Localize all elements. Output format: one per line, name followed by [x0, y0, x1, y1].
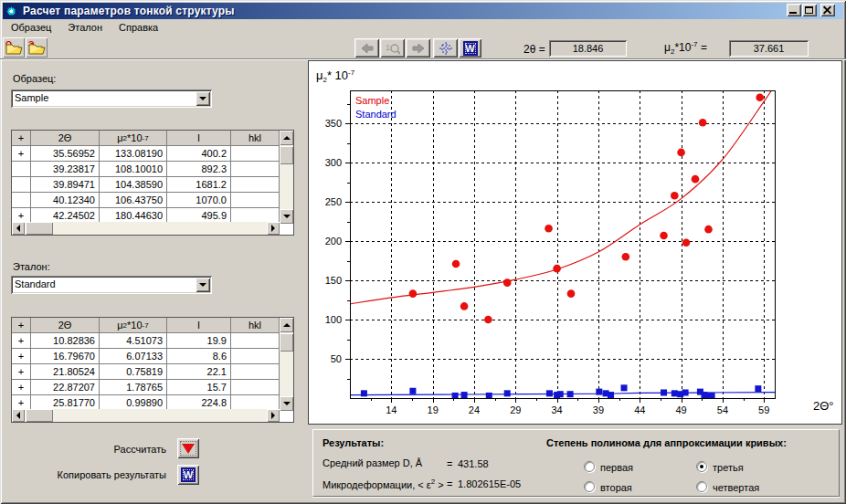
table-row[interactable]: 39.89471104.385901681.2 — [12, 177, 293, 193]
table-cell[interactable]: 16.79670 — [31, 349, 100, 364]
table-cell[interactable] — [231, 177, 280, 193]
menu-spravka[interactable]: Справка — [111, 20, 166, 35]
table-cell[interactable] — [231, 333, 280, 349]
hscroll-thumb[interactable] — [26, 222, 53, 235]
radio-fourth-label[interactable]: четвертая — [713, 482, 759, 493]
table-cell[interactable]: + — [12, 364, 31, 380]
table-cell[interactable] — [12, 177, 31, 193]
sample-combobox-dropdown-button[interactable] — [196, 91, 210, 106]
table-row[interactable]: +22.872071.7876515.7 — [12, 380, 293, 395]
standard-combobox-dropdown-button[interactable] — [196, 278, 210, 292]
radio-fourth[interactable] — [696, 481, 707, 492]
table-cell[interactable]: 15.7 — [167, 380, 231, 395]
open-sample-button[interactable]: О — [3, 37, 25, 58]
table-cell[interactable]: 22.87207 — [31, 380, 100, 395]
menu-obrazec[interactable]: Образец — [3, 20, 59, 35]
standard-table-vscrollbar[interactable] — [280, 318, 293, 411]
table-cell[interactable]: + — [12, 349, 31, 364]
grid-icon — [439, 41, 453, 56]
grid-toggle-button[interactable] — [433, 38, 458, 58]
vscroll-thumb[interactable] — [280, 146, 293, 164]
table-cell[interactable]: 21.80524 — [31, 364, 100, 380]
sample-table-hscrollbar[interactable] — [12, 222, 280, 235]
table-cell[interactable]: 6.07133 — [100, 349, 167, 364]
table-cell[interactable]: 19.9 — [167, 333, 231, 349]
table-row[interactable]: +16.796706.071338.6 — [12, 349, 293, 364]
table-cell[interactable]: 0.75819 — [100, 364, 167, 380]
table-row[interactable]: +21.805240.7581922.1 — [12, 364, 293, 380]
table-cell[interactable]: 1681.2 — [167, 177, 231, 193]
radio-third[interactable] — [696, 461, 707, 472]
radio-second[interactable] — [584, 481, 595, 492]
calculate-button[interactable] — [177, 438, 199, 458]
table-cell[interactable]: 400.2 — [167, 146, 231, 162]
svg-text:14: 14 — [386, 404, 397, 415]
radio-third-label[interactable]: третья — [713, 462, 744, 473]
table-cell[interactable]: 108.10010 — [100, 162, 167, 177]
scroll-left-button[interactable] — [12, 409, 25, 422]
scroll-right-button[interactable] — [267, 222, 280, 235]
app-icon — [5, 5, 17, 17]
standard-combobox[interactable]: Standard — [11, 276, 212, 294]
close-icon — [823, 6, 831, 14]
table-row[interactable]: 39.23817108.10010892.3 — [12, 162, 293, 177]
minimize-button[interactable] — [787, 4, 801, 16]
zoom-reset-button[interactable]: 1: — [380, 38, 405, 58]
word-export-button[interactable]: W — [459, 38, 481, 58]
copy-results-button[interactable]: W — [177, 465, 199, 485]
table-cell[interactable]: 22.1 — [167, 364, 231, 380]
table-cell[interactable]: 39.23817 — [31, 162, 100, 177]
table-cell[interactable] — [231, 380, 280, 395]
scroll-up-button[interactable] — [280, 318, 293, 332]
chart-canvas[interactable]: 1419242934394449545950100150200250300350… — [309, 61, 841, 424]
maximize-button[interactable] — [802, 4, 817, 16]
table-cell[interactable]: 8.6 — [167, 349, 231, 364]
scroll-down-button[interactable] — [280, 396, 293, 411]
close-button[interactable] — [820, 4, 835, 16]
menu-etalon[interactable]: Эталон — [59, 20, 111, 35]
table-row[interactable]: 40.12340106.437501070.0 — [12, 193, 293, 208]
radio-first-label[interactable]: первая — [600, 462, 633, 473]
standard-table-hscrollbar[interactable] — [12, 409, 280, 422]
table-cell[interactable]: 40.12340 — [31, 193, 100, 208]
table-cell[interactable]: 104.38590 — [100, 177, 167, 193]
table-cell[interactable]: + — [12, 146, 31, 162]
scroll-left-button[interactable] — [12, 222, 25, 235]
svg-text:300: 300 — [325, 157, 342, 168]
forward-button[interactable] — [406, 38, 430, 58]
word-icon: W — [181, 467, 196, 482]
table-cell[interactable] — [12, 193, 31, 208]
table-cell[interactable]: 35.56952 — [31, 146, 100, 162]
table-row[interactable]: +35.56952133.08190400.2 — [12, 146, 293, 162]
table-cell[interactable]: 892.3 — [167, 162, 231, 177]
radio-first[interactable] — [584, 461, 595, 472]
scroll-up-button[interactable] — [280, 131, 293, 145]
table-cell[interactable]: 1.78765 — [100, 380, 167, 395]
table-cell[interactable] — [231, 193, 280, 208]
radio-second-label[interactable]: вторая — [600, 482, 632, 493]
table-cell[interactable] — [231, 349, 280, 364]
vscroll-thumb[interactable] — [280, 333, 293, 352]
sample-table-vscrollbar[interactable] — [280, 131, 293, 224]
table-cell[interactable]: + — [12, 380, 31, 395]
table-cell[interactable]: 4.51073 — [100, 333, 167, 349]
table-cell[interactable]: 133.08190 — [100, 146, 167, 162]
table-cell[interactable]: + — [12, 333, 31, 349]
scroll-down-button[interactable] — [280, 209, 293, 224]
scroll-right-button[interactable] — [267, 409, 280, 422]
table-cell[interactable] — [231, 162, 280, 177]
table-cell[interactable] — [231, 146, 280, 162]
open-standard-button[interactable]: Э — [26, 37, 48, 58]
table-cell[interactable]: 39.89471 — [31, 177, 100, 193]
back-button[interactable] — [354, 38, 379, 58]
hscroll-thumb[interactable] — [26, 409, 53, 422]
table-row[interactable]: +10.828364.5107319.9 — [12, 333, 293, 349]
table-cell[interactable] — [12, 162, 31, 177]
table-cell[interactable]: 10.82836 — [31, 333, 100, 349]
svg-text:100: 100 — [325, 314, 342, 325]
table-cell[interactable]: 1070.0 — [167, 193, 231, 208]
table-cell[interactable] — [231, 364, 280, 380]
table-cell[interactable]: 106.43750 — [100, 193, 167, 208]
chart-panel: μ2* 10-7 1419242934394449545950100150200… — [308, 60, 842, 425]
sample-combobox[interactable]: Sample — [11, 89, 212, 108]
